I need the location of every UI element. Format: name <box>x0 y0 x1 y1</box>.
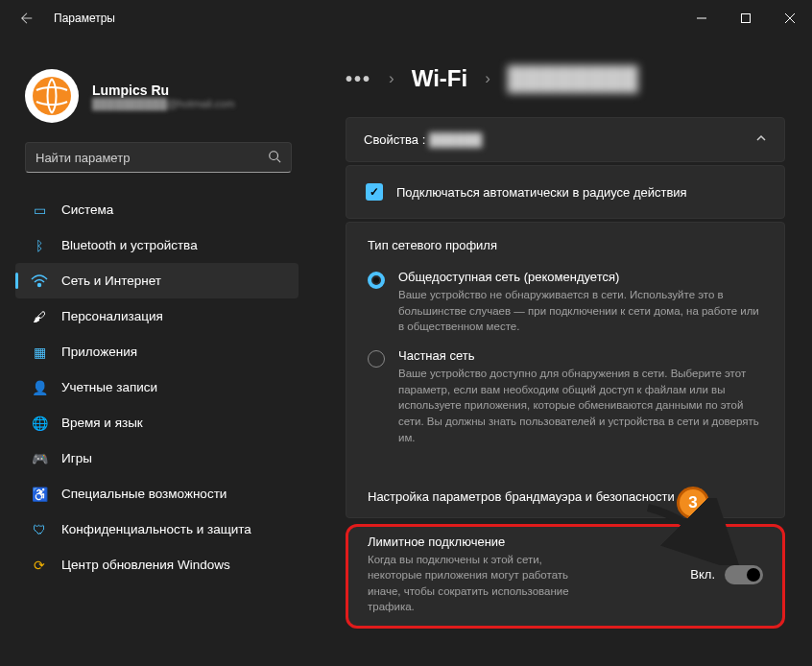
sidebar-item-privacy[interactable]: 🛡Конфиденциальность и защита <box>15 511 299 547</box>
close-button[interactable] <box>768 0 812 36</box>
chevron-up-icon <box>755 132 767 147</box>
search-placeholder: Найти параметр <box>36 151 268 165</box>
svg-line-7 <box>277 158 281 162</box>
search-input[interactable]: Найти параметр <box>25 142 292 173</box>
radio-public[interactable]: Общедоступная сеть (рекомендуется) Ваше … <box>368 270 763 335</box>
search-icon <box>268 150 281 166</box>
display-icon: ▭ <box>31 202 48 219</box>
minimize-button[interactable] <box>680 0 724 36</box>
svg-rect-1 <box>742 14 751 23</box>
bluetooth-icon: ᛒ <box>31 237 48 254</box>
refresh-icon: ⟳ <box>31 557 48 574</box>
svg-point-5 <box>33 77 71 115</box>
sidebar-item-accounts[interactable]: 👤Учетные записи <box>15 369 299 405</box>
svg-point-8 <box>38 283 41 286</box>
sidebar-item-apps[interactable]: ▦Приложения <box>15 334 299 369</box>
autoconnect-row[interactable]: ✓ Подключаться автоматически в радиусе д… <box>346 166 784 218</box>
checkbox-checked-icon[interactable]: ✓ <box>366 183 383 201</box>
sidebar-item-gaming[interactable]: 🎮Игры <box>15 440 299 476</box>
user-email: ██████████@hotmail.com <box>92 98 234 109</box>
metered-desc: Когда вы подключены к этой сети, некотор… <box>368 552 598 613</box>
user-profile[interactable]: Lumpics Ru ██████████@hotmail.com <box>25 69 298 123</box>
wifi-icon <box>31 273 48 290</box>
user-icon: 👤 <box>31 379 48 396</box>
metered-state: Вкл. <box>690 567 715 582</box>
avatar <box>25 69 79 123</box>
ellipsis-icon[interactable]: ••• <box>346 69 371 88</box>
shield-icon: 🛡 <box>31 521 48 538</box>
metered-connection-row[interactable]: Лимитное подключение Когда вы подключены… <box>346 524 785 628</box>
user-name: Lumpics Ru <box>92 83 234 98</box>
chevron-right-icon: › <box>389 69 394 88</box>
gamepad-icon: 🎮 <box>31 450 48 467</box>
breadcrumb-wifi[interactable]: Wi-Fi <box>412 65 467 92</box>
maximize-button[interactable] <box>724 0 768 36</box>
radio-selected-icon[interactable] <box>368 272 385 289</box>
radio-private[interactable]: Частная сеть Ваше устройство доступно дл… <box>368 348 763 445</box>
brush-icon: 🖌 <box>31 308 48 325</box>
back-button[interactable] <box>13 5 40 32</box>
network-profile-title: Тип сетевого профиля <box>368 238 763 252</box>
annotation-arrow-icon <box>629 498 744 565</box>
sidebar-item-update[interactable]: ⟳Центр обновления Windows <box>15 547 299 583</box>
globe-icon: 🌐 <box>31 415 48 432</box>
properties-header[interactable]: Свойства : ██████ <box>346 118 784 161</box>
sidebar-item-system[interactable]: ▭Система <box>15 192 299 227</box>
sidebar-item-personalization[interactable]: 🖌Персонализация <box>15 298 299 334</box>
breadcrumb: ••• › Wi-Fi › ████████ <box>346 65 785 92</box>
metered-title: Лимитное подключение <box>368 535 598 549</box>
sidebar-item-accessibility[interactable]: ♿Специальные возможности <box>15 476 299 511</box>
accessibility-icon: ♿ <box>31 486 48 503</box>
chevron-right-icon: › <box>485 69 490 88</box>
sidebar-item-network[interactable]: Сеть и Интернет <box>15 263 299 298</box>
breadcrumb-network: ████████ <box>508 65 638 92</box>
window-title: Параметры <box>54 12 115 25</box>
radio-icon[interactable] <box>368 350 385 368</box>
toggle-switch[interactable] <box>725 565 763 584</box>
sidebar-item-bluetooth[interactable]: ᛒBluetooth и устройства <box>15 227 299 263</box>
apps-icon: ▦ <box>31 344 48 361</box>
sidebar-item-time[interactable]: 🌐Время и язык <box>15 405 299 440</box>
svg-point-6 <box>270 151 278 159</box>
